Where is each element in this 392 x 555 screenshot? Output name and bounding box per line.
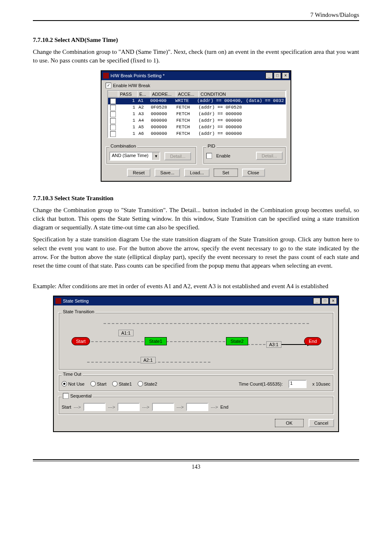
timeout-notuse-radio[interactable] [62,381,67,386]
table-row[interactable]: 1 A2 0F0528 FETCH (addr) == 0F0528 [108,104,286,111]
pid-enable-checkbox[interactable] [206,153,212,159]
pid-detail-button[interactable]: Detail... [256,152,283,160]
dialog-title: State Setting [63,298,312,303]
enable-hw-break-checkbox[interactable]: ✓ [106,83,111,88]
timeout-state1-radio[interactable] [112,381,118,386]
row-checkbox[interactable] [110,118,116,124]
row-checkbox[interactable]: ✓ [110,98,116,104]
set-button[interactable]: Set [214,169,238,177]
ok-button[interactable]: OK [275,419,304,427]
time-count-unit: x 10usec [312,382,330,386]
time-count-label: Time Count(1-65535): [239,382,283,386]
page-number: 143 [33,464,359,470]
col-e[interactable]: E... [138,91,150,97]
arrow-icon: ---> [108,405,115,409]
event-chip-a1[interactable]: A1:1 [118,330,134,336]
minimize-button[interactable]: _ [265,72,273,79]
header-rule [33,20,359,21]
timeout-group-title: Time Out [62,372,83,377]
combination-detail-button[interactable]: Detail... [164,152,191,160]
combination-select[interactable]: AND (Same Time) ▼ [109,152,160,161]
col-pass[interactable]: PASS [118,91,138,97]
maximize-button[interactable]: □ [321,298,329,304]
dialog-icon [55,298,61,304]
event-chip-a3[interactable]: A3:1 [266,341,281,348]
close-button[interactable]: × [282,72,289,79]
state1-node[interactable]: State1 [145,337,167,345]
enable-hw-break-label: Enable H/W Break [113,83,150,88]
section-2-paragraph-2: Specification by a state transition diag… [33,235,359,270]
sequential-slot-1[interactable] [83,403,106,411]
sequential-slot-4[interactable] [186,403,208,411]
dialog-icon [103,73,109,79]
table-row[interactable]: 1 A5 000000 FETCH (addr) == 000000 [108,124,286,131]
section-1-paragraph: Change the Combination group to "AND (Sa… [33,48,359,65]
arrow-icon: ---> [211,405,218,409]
state-transition-group-title: State Transition [62,309,95,314]
footer-rule-2 [33,461,359,461]
state-setting-dialog: State Setting _ □ × State Transition [53,296,339,432]
combination-group-title: Combination [109,143,137,148]
col-condition[interactable]: CONDITION [199,91,286,97]
col-acce[interactable]: ACCE... [176,91,199,97]
timeout-start-radio[interactable] [90,381,96,386]
minimize-button[interactable]: _ [313,298,321,304]
time-count-input[interactable]: 1 [288,380,307,388]
section-2-paragraph-3: Example: After conditions are met in ord… [33,282,359,291]
state-diagram: Start State1 State2 End A1:1 A2:1 A3:1 [62,319,330,368]
table-row[interactable]: 1 A3 000000 FETCH (addr) == 000000 [108,111,286,118]
sequential-start-label: Start [62,405,71,409]
table-row[interactable]: 1 A6 000000 FETCH (addr) == 000000 [108,131,286,137]
hw-break-dialog: H/W Break Points Setting * _ □ × ✓ Enabl… [101,70,291,182]
start-node[interactable]: Start [71,337,90,345]
pid-enable-label: Enable [216,153,230,158]
arrow-icon: ---> [177,405,184,409]
close-dialog-button[interactable]: Close [242,169,265,177]
close-button[interactable]: × [330,298,337,304]
section-title-1: 7.7.10.2 Select AND(Same Time) [33,37,359,44]
col-addre[interactable]: ADDRE... [150,91,176,97]
save-button[interactable]: Save... [154,169,180,177]
chevron-down-icon[interactable]: ▼ [152,153,159,160]
sequential-end-label: End [220,405,228,409]
dialog-titlebar: H/W Break Points Setting * _ □ × [101,71,291,80]
sequential-slot-3[interactable] [152,403,174,411]
end-node[interactable]: End [304,337,321,345]
sequential-checkbox[interactable] [63,393,69,399]
timeout-state2-radio[interactable] [138,381,143,386]
cancel-button[interactable]: Cancel [309,419,334,427]
row-checkbox[interactable] [110,125,116,130]
event-chip-a2[interactable]: A2:1 [141,357,156,363]
table-row[interactable]: 1 A4 000000 FETCH (addr) == 000000 [108,118,286,124]
list-header: PASS E... ADDRE... ACCE... CONDITION [108,91,286,98]
page-header: 7 Windows/Dialogs [33,12,359,20]
row-checkbox[interactable] [110,105,116,111]
section-title-2: 7.7.10.3 Select State Transition [33,195,359,202]
footer-rule-1 [33,459,359,460]
arrow-icon: ---> [74,405,81,409]
reset-button[interactable]: Reset [127,169,150,177]
breakpoint-list[interactable]: PASS E... ADDRE... ACCE... CONDITION ✓ 1… [107,90,286,138]
arrow-icon: ---> [142,405,149,409]
sequential-slot-2[interactable] [118,403,140,411]
maximize-button[interactable]: □ [274,72,281,79]
table-row[interactable]: ✓ 1 A1 000400 WRITE (addr) == 000400, (d… [108,98,286,104]
dialog-title: H/W Break Points Setting * [111,73,265,78]
dialog-titlebar: State Setting _ □ × [54,296,338,305]
state2-node[interactable]: State2 [226,337,248,345]
load-button[interactable]: Load... [184,169,210,177]
section-2-paragraph-1: Change the Combination group to "State T… [33,206,359,232]
sequential-group-title: Sequential [62,393,93,399]
row-checkbox[interactable] [110,111,116,117]
pid-group-title: PID [206,143,216,148]
row-checkbox[interactable] [110,131,116,137]
